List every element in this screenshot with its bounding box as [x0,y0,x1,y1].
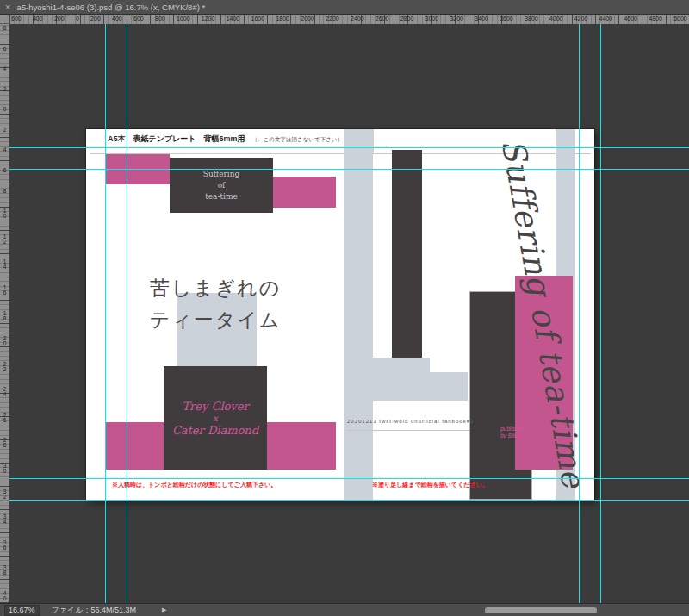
logo-line: of [170,181,273,190]
ruler-label: 4200 [574,15,588,24]
title-line-1: 苦しまぎれの [121,272,310,304]
ruler-corner[interactable] [0,15,9,24]
ruler-label: 200 [54,15,65,24]
vertical-ruler-labels[interactable]: 8642024681012141618202224262830323436384… [0,24,9,603]
ruler-label: 8 [3,189,7,194]
guide-vertical[interactable] [105,24,106,603]
guide-horizontal[interactable] [9,500,689,501]
middle-step-block [373,358,430,401]
pink-block-bottom-right [267,422,336,470]
document-tab[interactable]: a5-hyoshi1-4-se06 (3).psd @ 16.7% (x, CM… [16,3,205,12]
horizontal-scrollbar-thumb[interactable] [485,607,597,613]
template-header-note: （←この文字は消さないで下さい） [252,136,343,142]
ruler-label: 4400 [599,15,613,24]
print-note-right: ※塗り足し線まで絵柄を描いてください。 [372,481,488,489]
ruler-label: 0 [3,107,7,112]
template-header: A5本 表紙テンプレート 背幅6mm用（←この文字は消さないで下さい） [108,134,343,145]
guide-horizontal[interactable] [9,147,689,148]
ruler-label: 1800 [276,15,289,24]
guide-horizontal[interactable] [9,478,689,479]
ruler-label: 24 [3,387,7,397]
logo-line: Suffering [170,170,273,178]
ruler-label: 4800 [649,15,662,24]
credit-line: x [164,414,267,423]
ruler-label: 1400 [227,15,240,24]
print-note-left: ※入稿時は、トンボと絵柄だけの状態にしてご入稿下さい。 [112,481,276,489]
status-bar: 16.67% ファイル：56.4M/51.3M ▶ [0,603,689,616]
back-cover-logo-box: Suffering of tea-time [170,158,273,213]
guide-vertical[interactable] [579,24,580,603]
status-expander-icon[interactable]: ▶ [162,607,166,613]
ruler-label: 2200 [326,15,339,24]
ruler-label: 34 [3,514,7,525]
ruler-label: 26 [3,413,7,423]
ruler-label: 10 [3,208,7,219]
ruler-label: 4000 [549,15,563,24]
guide-vertical[interactable] [600,24,601,603]
ruler-label: 28 [3,438,7,448]
ruler-label: 2 [3,128,7,133]
ruler-label: 400 [112,15,122,24]
credit-line: Cater Diamond [164,424,267,437]
horizontal-ruler-labels[interactable]: 6004002000200400600800100012001400160018… [9,15,689,24]
pink-block-top-right [273,177,336,208]
ruler-label: 800 [155,15,165,24]
document-page[interactable]: A5本 表紙テンプレート 背幅6mm用（←この文字は消さないで下さい） Suff… [86,129,594,500]
ruler-label: 1600 [251,15,265,24]
spine-fold-mark [373,129,374,153]
credit-box: Trey Clover x Cater Diamond [164,366,267,470]
ruler-label: 2400 [351,15,364,24]
published-credit: published by Blim [500,426,525,439]
published-line: published [500,426,525,432]
canvas-area[interactable]: A5本 表紙テンプレート 背幅6mm用（←この文字は消さないで下さい） Suff… [9,24,689,603]
ruler-label: 6 [3,47,7,52]
middle-step-block-small [430,372,468,401]
ruler-label: 3800 [525,15,538,24]
ruler-label: 2800 [400,15,414,24]
ruler-label: 3200 [450,15,463,24]
back-cover-title: 苦しまぎれの ティータイム [121,272,310,336]
zoom-field[interactable]: 16.67% [4,605,40,616]
ruler-label: 3600 [500,15,513,24]
ruler-label: 12 [3,234,7,245]
ruler-label: 22 [3,362,7,372]
ruler-label: 40 [3,591,7,601]
tab-close-icon[interactable]: × [5,3,10,12]
file-info: ファイル：56.4M/51.3M [52,605,136,616]
ruler-label: 1000 [177,15,190,24]
template-header-title: A5本 表紙テンプレート 背幅6mm用 [108,134,245,143]
ruler-label: 400 [33,15,43,24]
ruler-label: 3400 [475,15,488,24]
guide-vertical[interactable] [127,24,127,603]
ruler-label: 20 [3,336,7,346]
credit-line: Trey Clover [164,400,267,413]
ruler-label: 0 [76,15,79,24]
spine-strip [344,129,373,500]
ruler-label: 600 [133,15,144,24]
ruler-label: 4 [3,66,7,72]
ruler-label: 30 [3,464,7,474]
ruler-label: 3000 [425,15,439,24]
middle-dark-bar [392,150,422,358]
ruler-label: 8 [3,26,7,31]
ruler-label: 36 [3,540,7,551]
ruler-label: 38 [3,565,7,576]
ruler-label: 600 [11,15,22,24]
logo-line: tea-time [170,192,273,201]
ruler-label: 5000 [673,15,687,24]
ruler-label: 2000 [301,15,314,24]
ruler-label: 4600 [624,15,637,24]
ruler-label: 14 [3,259,7,270]
tab-bar: × a5-hyoshi1-4-se06 (3).psd @ 16.7% (x, … [0,0,689,15]
ruler-label: 16 [3,285,7,296]
spine-caption: 20201213 twst-wdld unofficial fanbook#2 [347,419,474,424]
pink-block-bottom-left [105,422,164,470]
guide-horizontal[interactable] [9,169,689,170]
ruler-label: 18 [3,311,7,321]
ruler-label: 32 [3,489,7,500]
ruler-label: 4 [3,147,7,152]
ruler-label: 6 [3,168,7,173]
ruler-label: 2 [3,87,7,92]
ruler-label: 1200 [202,15,215,24]
ruler-label: 200 [90,15,101,24]
